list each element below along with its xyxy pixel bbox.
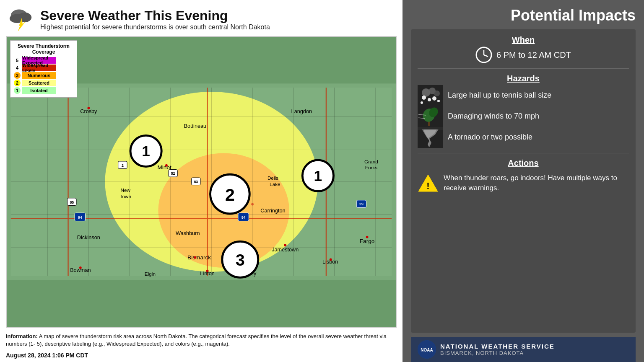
legend-title: Severe ThunderstormCoverage (14, 43, 73, 55)
svg-text:85: 85 (70, 200, 74, 204)
nws-logo: NOAA (418, 340, 436, 359)
svg-point-86 (434, 90, 440, 96)
hazard-hail: Large hail up to tennis ball size (418, 85, 629, 106)
actions-section: Actions ! When thunder roars, go indoors… (418, 158, 629, 194)
svg-text:83: 83 (194, 180, 198, 184)
svg-text:1: 1 (142, 143, 150, 159)
actions-heading: Actions (418, 158, 629, 168)
legend: Severe ThunderstormCoverage 5 Widespread… (10, 40, 77, 98)
svg-text:52: 52 (171, 171, 175, 176)
clock-icon (475, 47, 492, 63)
left-panel: Severe Weather This Evening Highest pote… (0, 0, 402, 362)
svg-text:Minot: Minot (157, 165, 171, 171)
svg-line-82 (484, 55, 488, 57)
svg-text:Lake: Lake (270, 181, 280, 187)
svg-text:Elgin: Elgin (145, 271, 156, 277)
when-time-row: 6 PM to 12 AM CDT (418, 47, 629, 63)
map-container: 94 2 83 52 85 29 94 Crosby Bottineau (6, 36, 397, 328)
svg-rect-101 (418, 127, 443, 130)
svg-text:Bottineau: Bottineau (184, 123, 207, 129)
svg-point-67 (79, 266, 82, 269)
svg-point-68 (206, 270, 209, 272)
svg-point-88 (428, 98, 431, 101)
subtitle: Highest potential for severe thunderstor… (40, 23, 270, 31)
hazards-section: Hazards Large hail up to tennis ball siz… (418, 74, 629, 148)
svg-text:Deils: Deils (267, 175, 278, 181)
header-text: Severe Weather This Evening Highest pote… (40, 8, 270, 31)
svg-point-63 (165, 164, 168, 167)
tornado-text: A tornado or two possible (448, 132, 532, 142)
svg-text:Forks: Forks (365, 165, 377, 171)
svg-text:New: New (121, 187, 131, 193)
svg-point-71 (330, 258, 332, 261)
svg-text:29: 29 (359, 202, 364, 206)
when-heading: When (418, 35, 629, 45)
action-text: When thunder roars, go indoors! Have mul… (444, 173, 629, 193)
svg-point-91 (421, 101, 423, 104)
nws-location: BISMARCK, NORTH DAKOTA (440, 350, 555, 356)
legend-row-4: 4 Widespread Likely (14, 65, 73, 71)
svg-point-66 (366, 236, 369, 238)
svg-text:Grand: Grand (364, 159, 378, 164)
svg-text:Washburn: Washburn (176, 230, 200, 236)
nws-text: NATIONAL WEATHER SERVICE BISMARCK, NORTH… (440, 343, 555, 356)
svg-text:Dickinson: Dickinson (77, 235, 100, 240)
divider-2 (418, 153, 629, 153)
divider-1 (418, 68, 629, 69)
header-area: Severe Weather This Evening Highest pote… (6, 4, 397, 34)
when-time-text: 6 PM to 12 AM CDT (496, 50, 571, 60)
action-item: ! When thunder roars, go indoors! Have m… (418, 173, 629, 194)
warning-triangle-icon: ! (418, 173, 439, 194)
hazards-heading: Hazards (418, 74, 629, 83)
content-box: When 6 PM to 12 AM CDT Hazards (411, 29, 636, 333)
svg-text:Langdon: Langdon (291, 109, 312, 114)
nws-name: NATIONAL WEATHER SERVICE (440, 343, 555, 350)
svg-text:NOAA: NOAA (421, 348, 433, 352)
svg-point-70 (251, 203, 254, 206)
svg-point-84 (422, 88, 430, 97)
timestamp: August 28, 2024 1:06 PM CDT (6, 352, 397, 359)
nws-footer: NOAA NATIONAL WEATHER SERVICE BISMARCK, … (411, 337, 636, 362)
info-label: Information: (6, 333, 38, 339)
legend-row-2: 2 Scattered (14, 80, 73, 86)
hail-icon (418, 85, 443, 106)
svg-text:Town: Town (120, 194, 131, 199)
panel-title: Potential Impacts (411, 7, 636, 24)
svg-text:2: 2 (225, 185, 235, 204)
hail-text: Large hail up to tennis ball size (448, 90, 551, 100)
svg-text:Bismarck: Bismarck (187, 254, 211, 261)
svg-point-90 (437, 100, 440, 102)
storm-icon (6, 4, 36, 34)
info-section: Information: A map of severe thunderstor… (6, 331, 397, 349)
svg-point-2 (10, 14, 25, 23)
svg-text:2: 2 (122, 163, 124, 168)
svg-text:94: 94 (78, 215, 82, 220)
svg-point-62 (87, 107, 90, 109)
right-panel: Potential Impacts When 6 PM to 12 AM CDT… (402, 0, 644, 362)
wind-text: Damaging winds to 70 mph (448, 111, 539, 121)
svg-point-87 (422, 96, 426, 100)
svg-point-89 (432, 96, 436, 101)
svg-text:1: 1 (314, 168, 322, 184)
svg-text:94: 94 (242, 215, 246, 220)
hazard-wind: Damaging winds to 70 mph (418, 106, 629, 127)
hazard-tornado: A tornado or two possible (418, 127, 629, 148)
main-title: Severe Weather This Evening (40, 8, 270, 23)
when-section: When 6 PM to 12 AM CDT (418, 35, 629, 63)
wind-icon (418, 106, 443, 127)
svg-text:Fargo: Fargo (360, 238, 375, 244)
legend-row-3: 3 Numerous (14, 72, 73, 79)
info-text: A map of severe thunderstorm risk area a… (6, 333, 387, 347)
tornado-icon (418, 127, 443, 148)
svg-point-65 (284, 244, 286, 246)
svg-text:!: ! (426, 181, 429, 191)
svg-text:Carrington: Carrington (260, 208, 285, 214)
svg-text:Jamestown: Jamestown (272, 247, 299, 253)
svg-point-64 (194, 256, 196, 259)
svg-text:3: 3 (236, 251, 245, 269)
legend-row-1: 1 Isolated (14, 87, 73, 94)
